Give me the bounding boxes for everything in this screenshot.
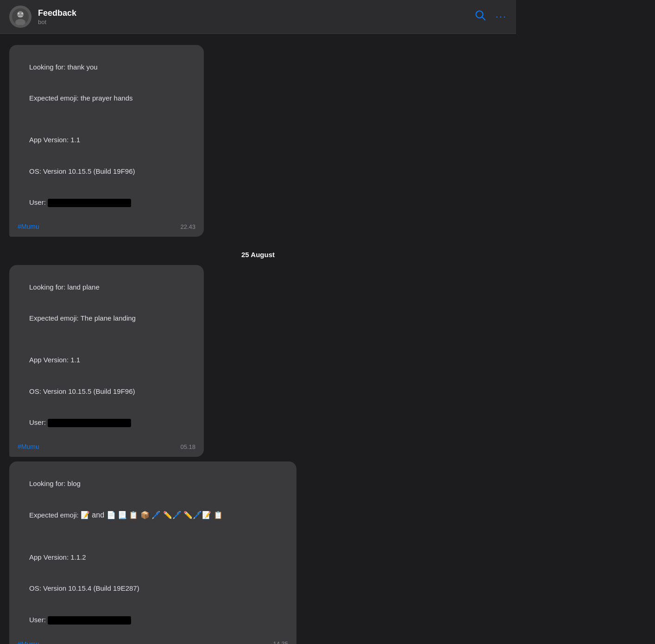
message-bubble: Looking for: land plane Expected emoji: … <box>9 265 204 457</box>
chat-title: Feedback <box>38 8 474 18</box>
os-value: Version 10.15.5 (Build 19F96) <box>43 167 135 175</box>
looking-for-value: thank you <box>68 63 98 71</box>
expected-emoji-value: 📝 and 📄 📃 📋 📦 🖊️ ✏️🖊️ ✏️🖊️📝 📋 <box>81 511 223 519</box>
message-text: Looking for: blog Expected emoji: 📝 and … <box>18 468 288 636</box>
message-footer: #Mumu 14.35 <box>18 640 288 644</box>
user-redacted <box>48 419 131 427</box>
svg-rect-5 <box>18 16 23 17</box>
chat-header: Feedback bot ··· <box>0 0 516 34</box>
app-version-value: 1.1 <box>70 356 80 364</box>
message-footer: #Mumu 05.18 <box>18 443 195 450</box>
header-actions: ··· <box>474 9 507 24</box>
more-options-icon[interactable]: ··· <box>496 11 507 23</box>
looking-for-value: blog <box>68 480 81 487</box>
message-tag[interactable]: #Mumu <box>18 223 39 230</box>
search-icon[interactable] <box>474 9 486 24</box>
expected-emoji-value: The plane landing <box>81 314 136 322</box>
bot-avatar <box>9 6 31 28</box>
chat-container: Looking for: thank you Expected emoji: t… <box>0 34 516 644</box>
header-info: Feedback bot <box>38 8 474 25</box>
user-redacted <box>48 616 131 625</box>
expected-emoji-value: the prayer hands <box>81 94 133 102</box>
message-time: 14.35 <box>273 640 288 644</box>
os-value: Version 10.15.4 (Build 19E287) <box>43 584 139 592</box>
looking-for-value: land plane <box>68 283 100 291</box>
chat-subtitle: bot <box>38 19 474 25</box>
message-bubble: Looking for: thank you Expected emoji: t… <box>9 45 204 237</box>
message-text: Looking for: land plane Expected emoji: … <box>18 271 195 438</box>
message-tag[interactable]: #Mumu <box>18 443 39 450</box>
os-value: Version 10.15.5 (Build 19F96) <box>43 387 135 395</box>
app-version-value: 1.1 <box>70 136 80 144</box>
svg-point-3 <box>18 13 19 14</box>
message-bubble: Looking for: blog Expected emoji: 📝 and … <box>9 461 296 644</box>
svg-point-4 <box>21 13 23 14</box>
app-version-value: 1.1.2 <box>70 553 86 561</box>
date-separator: 25 August <box>9 241 507 265</box>
message-time: 22.43 <box>180 223 195 230</box>
user-redacted <box>48 199 131 207</box>
message-footer: #Mumu 22.43 <box>18 223 195 230</box>
svg-line-7 <box>482 17 485 20</box>
message-time: 05.18 <box>180 443 195 450</box>
message-tag[interactable]: #Mumu <box>18 640 39 644</box>
message-text: Looking for: thank you Expected emoji: t… <box>18 51 195 218</box>
